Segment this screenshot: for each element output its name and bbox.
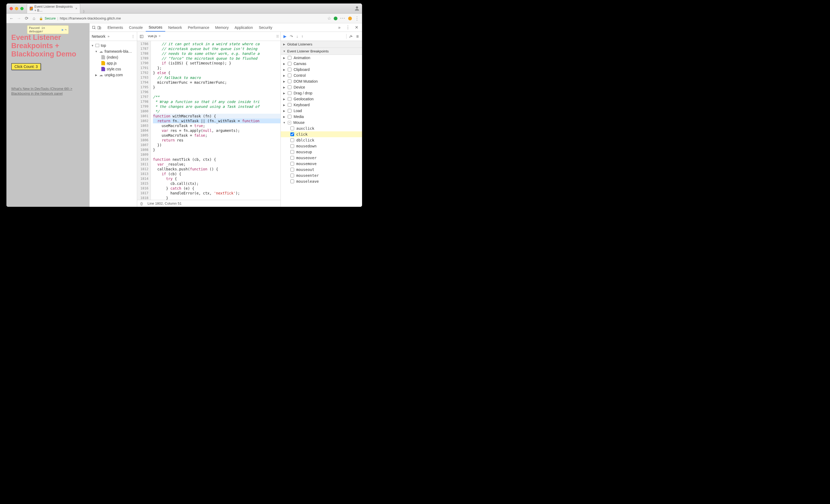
tree-file-stylecss[interactable]: style.css [90, 66, 137, 72]
bp-category-load[interactable]: ▶ Load [281, 108, 362, 114]
bp-category-clipboard[interactable]: ▶ Clipboard [281, 67, 362, 72]
bp-event-mousemove[interactable]: mousemove [281, 161, 362, 167]
new-tab-button[interactable]: ⟩ [80, 9, 87, 13]
back-button[interactable]: ← [9, 16, 14, 21]
pretty-print-icon[interactable]: {} [140, 201, 143, 206]
extension-icon[interactable]: ••• [340, 16, 346, 20]
category-checkbox[interactable] [288, 80, 291, 83]
tree-origin-unpkg[interactable]: ▶☁ unpkg.com [90, 72, 137, 78]
devtools-tab-sources[interactable]: Sources [146, 23, 165, 32]
code-body[interactable]: // it can get stuck in a weird state whe… [151, 41, 281, 200]
element-picker-icon[interactable] [91, 25, 97, 29]
devtools-tab-memory[interactable]: Memory [212, 23, 232, 32]
tree-frame-top[interactable]: ▼ top [90, 42, 137, 49]
profile-icon[interactable] [352, 3, 362, 13]
navigator-overflow-icon[interactable]: » [107, 34, 109, 38]
run-snippet-icon[interactable]: ▷⃞ [277, 34, 279, 38]
bp-category-device[interactable]: ▶ Device [281, 84, 362, 90]
category-checkbox[interactable] [288, 85, 291, 89]
devtools-close-icon[interactable]: ✕ [354, 25, 359, 30]
bp-event-mouseleave[interactable]: mouseleave [281, 179, 362, 184]
mini-resume-icon[interactable]: ▶ [62, 28, 64, 32]
code-editor[interactable]: 1786178717881789179017911792179317941795… [137, 41, 281, 200]
pause-on-exceptions-icon[interactable]: ⏸ [356, 34, 359, 38]
bp-category-drag-drop[interactable]: ▶ Drag / drop [281, 90, 362, 96]
article-link[interactable]: What's New In DevTools (Chrome 66) > Bla… [11, 86, 85, 96]
tree-file-index[interactable]: (index) [90, 54, 137, 60]
editor-tab-vuejs[interactable]: vue.js × [145, 32, 163, 41]
maximize-window-button[interactable] [20, 7, 24, 10]
navigator-tab-network[interactable]: Network [92, 34, 105, 38]
click-count-button[interactable]: Click Count: 3 [11, 63, 41, 70]
bp-category-mouse[interactable]: ▼− Mouse [281, 120, 362, 125]
extension-icon[interactable] [348, 17, 352, 20]
devtools-tab-elements[interactable]: Elements [104, 23, 126, 32]
device-toggle-icon[interactable] [97, 25, 102, 29]
bp-event-mousedown[interactable]: mousedown [281, 143, 362, 149]
event-checkbox[interactable] [290, 156, 294, 160]
event-checkbox[interactable] [290, 132, 294, 136]
bp-event-dblclick[interactable]: dblclick [281, 137, 362, 143]
bp-event-click[interactable]: click [281, 131, 362, 137]
category-checkbox-mixed[interactable]: − [288, 121, 291, 124]
pane-global-listeners[interactable]: ▶Global Listeners [281, 41, 362, 48]
home-button[interactable]: ⌂ [32, 16, 36, 21]
bp-event-mouseenter[interactable]: mouseenter [281, 172, 362, 179]
overflow-icon[interactable]: » [337, 25, 342, 30]
step-over-icon[interactable]: ↷ [290, 34, 293, 38]
bp-event-mouseover[interactable]: mouseover [281, 155, 362, 161]
close-window-button[interactable] [10, 7, 13, 10]
reload-button[interactable]: ⟳ [24, 16, 29, 21]
tree-file-appjs[interactable]: app.js [90, 60, 137, 66]
bp-category-animation[interactable]: ▶ Animation [281, 55, 362, 61]
category-checkbox[interactable] [288, 73, 291, 77]
toggle-navigator-icon[interactable] [139, 34, 144, 38]
close-tab-icon[interactable]: × [159, 34, 161, 38]
forward-button[interactable]: → [17, 16, 22, 21]
category-checkbox[interactable] [288, 56, 291, 60]
category-checkbox[interactable] [288, 91, 291, 95]
devtools-tab-network[interactable]: Network [165, 23, 185, 32]
category-checkbox[interactable] [288, 68, 291, 71]
category-checkbox[interactable] [288, 103, 291, 107]
step-out-icon[interactable]: ↑ [301, 34, 303, 38]
step-into-icon[interactable]: ↓ [296, 34, 298, 38]
devtools-tab-console[interactable]: Console [126, 23, 146, 32]
bp-category-dom-mutation[interactable]: ▶ DOM Mutation [281, 78, 362, 84]
tab-close-icon[interactable]: × [75, 7, 77, 10]
minimize-window-button[interactable] [15, 7, 18, 10]
devtools-tab-application[interactable]: Application [231, 23, 256, 32]
bp-category-canvas[interactable]: ▶ Canvas [281, 61, 362, 67]
bp-category-control[interactable]: ▶ Control [281, 72, 362, 78]
extension-icon[interactable] [334, 17, 338, 20]
event-checkbox[interactable] [290, 144, 294, 148]
category-checkbox[interactable] [288, 62, 291, 66]
event-checkbox[interactable] [290, 150, 294, 154]
pane-event-listener-breakpoints[interactable]: ▼Event Listener Breakpoints [281, 48, 362, 55]
bp-category-media[interactable]: ▶ Media [281, 114, 362, 120]
bp-category-keyboard[interactable]: ▶ Keyboard [281, 102, 362, 108]
resume-icon[interactable]: ▶ [283, 34, 287, 39]
event-checkbox[interactable] [290, 174, 294, 177]
event-checkbox[interactable] [290, 162, 294, 166]
browser-menu-icon[interactable]: ⋮ [355, 15, 359, 22]
event-checkbox[interactable] [290, 127, 294, 130]
category-checkbox[interactable] [288, 115, 291, 119]
event-checkbox[interactable] [290, 138, 294, 142]
category-checkbox[interactable] [288, 97, 291, 101]
devtools-tab-security[interactable]: Security [256, 23, 276, 32]
devtools-menu-icon[interactable]: ⋮ [346, 25, 350, 30]
deactivate-breakpoints-icon[interactable]: ⁄⁄• [350, 34, 352, 38]
event-checkbox[interactable] [290, 180, 294, 183]
event-checkbox[interactable] [290, 168, 294, 171]
bp-category-geolocation[interactable]: ▶ Geolocation [281, 96, 362, 102]
category-checkbox[interactable] [288, 109, 291, 113]
tree-origin[interactable]: ▼☁ framework-bla… [90, 49, 137, 54]
browser-tab[interactable]: Event Listener Breakpoints + B… × [27, 3, 80, 13]
bp-event-mouseup[interactable]: mouseup [281, 149, 362, 155]
address-field[interactable]: 🔒 Secure | https://framework-blackboxing… [39, 15, 322, 22]
devtools-tab-performance[interactable]: Performance [185, 23, 212, 32]
bp-event-auxclick[interactable]: auxclick [281, 125, 362, 131]
mini-step-icon[interactable]: ↷ [65, 28, 67, 32]
bp-event-mouseout[interactable]: mouseout [281, 167, 362, 172]
